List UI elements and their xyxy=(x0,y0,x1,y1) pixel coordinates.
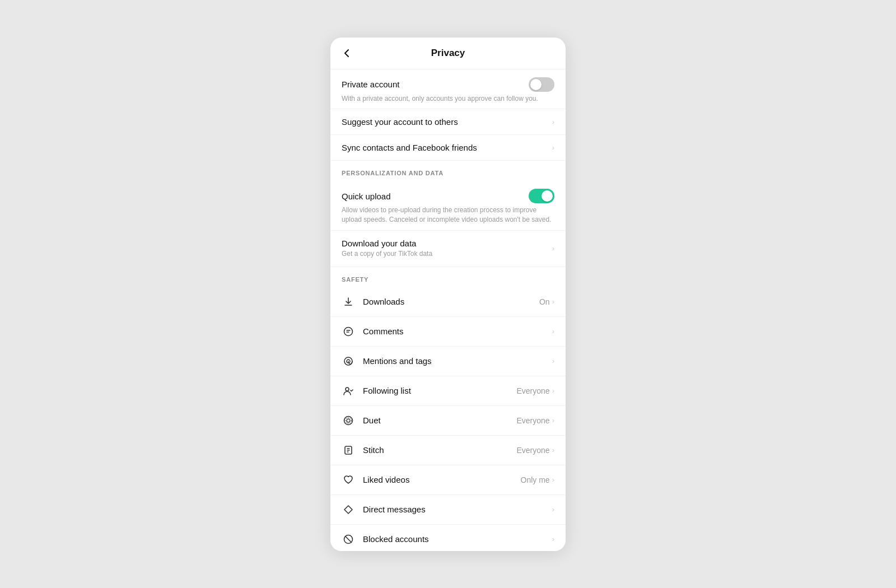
chevron-icon: › xyxy=(552,244,554,253)
private-account-row[interactable]: Private account With a private account, … xyxy=(330,69,566,110)
downloads-value: On xyxy=(539,297,550,306)
following-icon xyxy=(342,384,355,398)
chevron-icon: › xyxy=(552,297,554,306)
svg-point-6 xyxy=(346,417,352,423)
following-list-value: Everyone xyxy=(517,386,550,395)
safety-section-header: SAFETY xyxy=(330,267,566,287)
private-account-description: With a private account, only accounts yo… xyxy=(342,94,554,104)
comments-icon xyxy=(342,325,355,338)
downloads-row[interactable]: Downloads On › xyxy=(330,287,566,317)
chevron-icon: › xyxy=(552,446,554,454)
stitch-value: Everyone xyxy=(517,446,550,455)
chevron-icon: › xyxy=(552,386,554,395)
following-list-label: Following list xyxy=(363,386,517,395)
chevron-icon: › xyxy=(552,143,554,152)
svg-point-3 xyxy=(346,388,349,391)
following-list-row[interactable]: Following list Everyone › xyxy=(330,376,566,406)
chevron-icon: › xyxy=(552,357,554,365)
comments-label: Comments xyxy=(363,326,552,336)
liked-videos-value: Only me xyxy=(521,475,550,484)
svg-point-5 xyxy=(347,419,350,422)
quick-upload-row[interactable]: Quick upload Allow videos to pre-upload … xyxy=(330,181,566,231)
blocked-accounts-label: Blocked accounts xyxy=(363,534,552,544)
sync-contacts-row[interactable]: Sync contacts and Facebook friends › xyxy=(330,135,566,161)
page-title: Privacy xyxy=(431,48,465,59)
suggest-account-label: Suggest your account to others xyxy=(342,117,552,127)
download-data-desc: Get a copy of your TikTok data xyxy=(342,249,552,259)
back-button[interactable] xyxy=(340,47,353,59)
chevron-icon: › xyxy=(552,535,554,543)
direct-messages-row[interactable]: Direct messages › xyxy=(330,495,566,525)
chevron-icon: › xyxy=(552,327,554,335)
stitch-row[interactable]: Stitch Everyone › xyxy=(330,436,566,465)
duet-value: Everyone xyxy=(517,416,550,425)
private-account-toggle[interactable] xyxy=(529,77,554,92)
sync-contacts-label: Sync contacts and Facebook friends xyxy=(342,143,552,152)
duet-label: Duet xyxy=(363,416,517,425)
dm-icon xyxy=(342,503,355,516)
download-data-label: Download your data xyxy=(342,239,552,248)
svg-point-0 xyxy=(344,327,353,335)
quick-upload-description: Allow videos to pre-upload during the cr… xyxy=(342,206,554,225)
header: Privacy xyxy=(330,38,566,69)
duet-icon xyxy=(342,414,355,427)
stitch-label: Stitch xyxy=(363,445,517,455)
download-icon xyxy=(342,295,355,309)
duet-row[interactable]: Duet Everyone › xyxy=(330,406,566,436)
toggle-knob xyxy=(542,190,553,202)
phone-card: Privacy Private account With a private a… xyxy=(330,38,566,551)
mentions-tags-label: Mentions and tags xyxy=(363,356,552,366)
heart-icon xyxy=(342,473,355,487)
content-area: Private account With a private account, … xyxy=(330,69,566,551)
chevron-icon: › xyxy=(552,475,554,484)
private-account-label: Private account xyxy=(342,80,399,89)
direct-messages-label: Direct messages xyxy=(363,505,552,514)
stitch-icon xyxy=(342,444,355,457)
chevron-icon: › xyxy=(552,416,554,424)
liked-videos-row[interactable]: Liked videos Only me › xyxy=(330,465,566,495)
suggest-account-row[interactable]: Suggest your account to others › xyxy=(330,109,566,135)
download-data-row[interactable]: Download your data Get a copy of your Ti… xyxy=(330,231,566,267)
chevron-icon: › xyxy=(552,505,554,514)
chevron-icon: › xyxy=(552,118,554,126)
downloads-label: Downloads xyxy=(363,297,539,306)
liked-videos-label: Liked videos xyxy=(363,475,521,484)
personalization-section-header: PERSONALIZATION AND DATA xyxy=(330,161,566,181)
quick-upload-toggle[interactable] xyxy=(529,189,554,203)
block-icon xyxy=(342,533,355,546)
mentions-tags-row[interactable]: Mentions and tags › xyxy=(330,347,566,376)
mention-icon xyxy=(342,354,355,368)
comments-row[interactable]: Comments › xyxy=(330,317,566,347)
blocked-accounts-row[interactable]: Blocked accounts › xyxy=(330,525,566,551)
toggle-knob xyxy=(530,79,542,90)
quick-upload-label: Quick upload xyxy=(342,192,391,201)
